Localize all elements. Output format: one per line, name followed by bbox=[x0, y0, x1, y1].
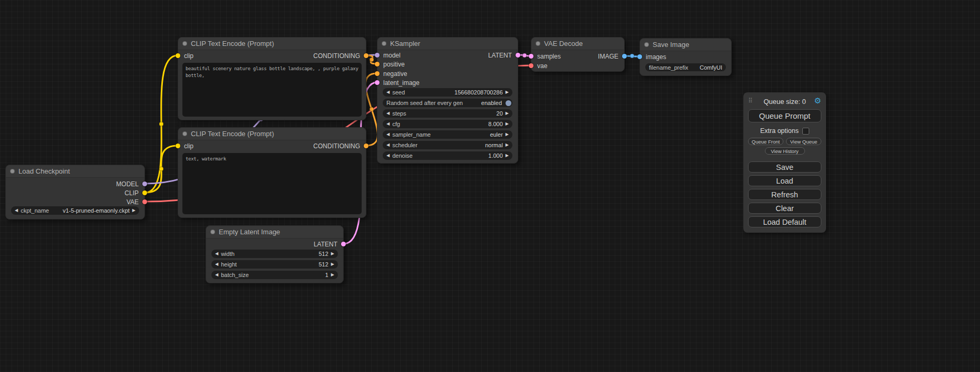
drag-handle-icon[interactable]: ⠿ bbox=[748, 97, 753, 104]
cfg-widget[interactable]: ◀ cfg 8.000 ▶ bbox=[383, 120, 512, 128]
positive-prompt-textarea[interactable]: beautiful scenery nature glass bottle la… bbox=[182, 63, 362, 117]
steps-widget[interactable]: ◀ steps 20 ▶ bbox=[383, 109, 512, 118]
ckpt-name-widget[interactable]: ◀ ckpt_name v1-5-pruned-emaonly.ckpt ▶ bbox=[11, 206, 139, 215]
link-dot bbox=[370, 107, 374, 111]
denoise-widget[interactable]: ◀ denoise 1.000 ▶ bbox=[383, 151, 512, 160]
prev-value-arrow-icon[interactable]: ◀ bbox=[215, 271, 218, 279]
settings-gear-icon[interactable]: ⚙ bbox=[814, 96, 821, 106]
seed-widget[interactable]: ◀ seed 156680208700286 ▶ bbox=[383, 88, 512, 97]
link-dot bbox=[159, 122, 163, 126]
output-label-image: IMAGE bbox=[598, 53, 618, 60]
save-button[interactable]: Save bbox=[748, 161, 821, 173]
sampler-name-widget[interactable]: ◀ sampler_name euler ▶ bbox=[383, 130, 512, 139]
latent-output-port[interactable] bbox=[341, 242, 346, 246]
scheduler-widget[interactable]: ◀ scheduler normal ▶ bbox=[383, 141, 512, 149]
width-widget[interactable]: ◀ width 512 ▶ bbox=[211, 250, 338, 258]
view-history-button[interactable]: View History bbox=[765, 147, 805, 155]
widget-value: ComfyUI bbox=[700, 64, 722, 71]
negative-input-port[interactable] bbox=[375, 71, 380, 76]
output-label-latent: LATENT bbox=[488, 52, 512, 59]
next-value-arrow-icon[interactable]: ▶ bbox=[506, 88, 509, 97]
next-value-arrow-icon[interactable]: ▶ bbox=[506, 120, 509, 128]
height-widget[interactable]: ◀ height 512 ▶ bbox=[211, 260, 338, 269]
collapse-dot[interactable] bbox=[10, 169, 15, 174]
toggle-knob[interactable] bbox=[506, 100, 511, 106]
prev-value-arrow-icon[interactable]: ◀ bbox=[15, 206, 18, 215]
input-label-negative: negative bbox=[383, 70, 407, 78]
batch-size-widget[interactable]: ◀ batch_size 1 ▶ bbox=[211, 271, 338, 279]
clip-text-encode-positive-node[interactable]: CLIP Text Encode (Prompt) clip CONDITION… bbox=[178, 37, 366, 120]
widget-value: 512 bbox=[318, 261, 328, 268]
clear-button[interactable]: Clear bbox=[748, 203, 821, 214]
clip-input-port[interactable] bbox=[176, 53, 180, 58]
collapse-dot[interactable] bbox=[382, 41, 386, 46]
next-value-arrow-icon[interactable]: ▶ bbox=[331, 250, 334, 258]
prev-value-arrow-icon[interactable]: ◀ bbox=[386, 151, 390, 160]
model-input-port[interactable] bbox=[375, 53, 380, 58]
prev-value-arrow-icon[interactable]: ◀ bbox=[386, 109, 390, 118]
input-label-samples: samples bbox=[537, 53, 561, 60]
clip-text-encode-negative-node[interactable]: CLIP Text Encode (Prompt) clip CONDITION… bbox=[178, 127, 366, 218]
collapse-dot[interactable] bbox=[210, 230, 215, 234]
prev-value-arrow-icon[interactable]: ◀ bbox=[215, 250, 218, 258]
next-value-arrow-icon[interactable]: ▶ bbox=[132, 206, 135, 215]
load-default-button[interactable]: Load Default bbox=[748, 216, 821, 227]
filename-prefix-widget[interactable]: filename_prefix ComfyUI bbox=[645, 63, 726, 71]
collapse-dot[interactable] bbox=[536, 41, 540, 46]
node-title: KSampler bbox=[390, 37, 420, 50]
prev-value-arrow-icon[interactable]: ◀ bbox=[215, 260, 218, 269]
prev-value-arrow-icon[interactable]: ◀ bbox=[386, 120, 390, 128]
images-input-port[interactable] bbox=[637, 54, 642, 59]
collapse-dot[interactable] bbox=[644, 42, 649, 47]
prev-value-arrow-icon[interactable]: ◀ bbox=[386, 130, 390, 139]
prev-value-arrow-icon[interactable]: ◀ bbox=[386, 88, 390, 97]
empty-latent-image-node[interactable]: Empty Latent Image LATENT ◀ width 512 ▶ … bbox=[206, 225, 344, 283]
collapse-dot[interactable] bbox=[182, 131, 187, 136]
image-output-port[interactable] bbox=[622, 54, 627, 59]
widget-label: denoise bbox=[392, 152, 413, 159]
output-label-conditioning: CONDITIONING bbox=[313, 52, 360, 60]
next-value-arrow-icon[interactable]: ▶ bbox=[506, 130, 509, 139]
extra-options-checkbox[interactable] bbox=[802, 128, 809, 135]
ksampler-node[interactable]: KSampler model positive negative latent_… bbox=[377, 37, 518, 164]
node-title: Load Checkpoint bbox=[18, 165, 70, 178]
vae-output-port[interactable] bbox=[142, 199, 147, 204]
next-value-arrow-icon[interactable]: ▶ bbox=[331, 260, 334, 269]
widget-label: scheduler bbox=[392, 142, 418, 148]
prev-value-arrow-icon[interactable]: ◀ bbox=[386, 141, 390, 149]
input-label-clip: clip bbox=[184, 142, 193, 150]
queue-prompt-button[interactable]: Queue Prompt bbox=[748, 109, 821, 122]
control-after-generate-widget[interactable]: Random seed after every gen enabled bbox=[383, 99, 512, 107]
node-graph-canvas[interactable]: Load Checkpoint MODEL CLIP VAE ◀ ckpt_na… bbox=[0, 0, 980, 372]
positive-input-port[interactable] bbox=[375, 62, 380, 66]
node-title: Empty Latent Image bbox=[219, 226, 280, 239]
widget-value: euler bbox=[490, 131, 502, 138]
widget-value: v1-5-pruned-emaonly.ckpt bbox=[63, 207, 130, 214]
conditioning-output-port[interactable] bbox=[364, 144, 368, 148]
clip-output-port[interactable] bbox=[142, 190, 147, 195]
next-value-arrow-icon[interactable]: ▶ bbox=[331, 271, 334, 279]
save-image-node[interactable]: Save Image images filename_prefix ComfyU… bbox=[639, 38, 732, 76]
collapse-dot[interactable] bbox=[182, 41, 187, 46]
clip-input-port[interactable] bbox=[176, 144, 180, 148]
load-checkpoint-node[interactable]: Load Checkpoint MODEL CLIP VAE ◀ ckpt_na… bbox=[5, 165, 145, 220]
refresh-button[interactable]: Refresh bbox=[748, 189, 821, 200]
load-button[interactable]: Load bbox=[748, 175, 821, 186]
latent-image-input-port[interactable] bbox=[375, 80, 380, 85]
latent-output-port[interactable] bbox=[516, 53, 520, 58]
next-value-arrow-icon[interactable]: ▶ bbox=[506, 141, 509, 149]
widget-label: Random seed after every gen bbox=[386, 100, 463, 106]
model-output-port[interactable] bbox=[142, 182, 147, 186]
menu-header: ⠿ Queue size: 0 ⚙ bbox=[748, 96, 821, 107]
next-value-arrow-icon[interactable]: ▶ bbox=[506, 109, 509, 118]
input-label-images: images bbox=[646, 53, 666, 61]
vae-decode-node[interactable]: VAE Decode samples vae IMAGE bbox=[531, 37, 625, 72]
vae-input-port[interactable] bbox=[529, 63, 533, 68]
queue-front-button[interactable]: Queue Front bbox=[748, 138, 783, 145]
negative-prompt-textarea[interactable]: text, watermark bbox=[182, 153, 362, 214]
widget-label: height bbox=[221, 261, 237, 268]
view-queue-button[interactable]: View Queue bbox=[786, 138, 821, 145]
conditioning-output-port[interactable] bbox=[364, 53, 368, 58]
next-value-arrow-icon[interactable]: ▶ bbox=[506, 151, 509, 160]
samples-input-port[interactable] bbox=[529, 54, 533, 59]
